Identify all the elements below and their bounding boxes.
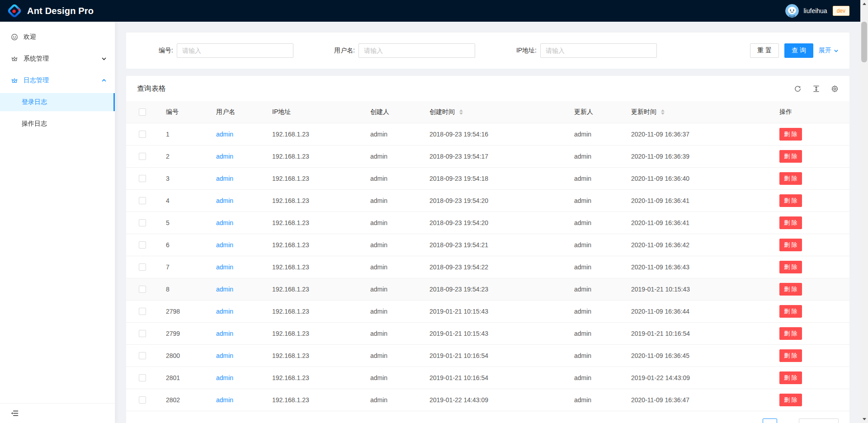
select-all-checkbox[interactable] xyxy=(139,108,146,116)
scroll-up-arrow[interactable] xyxy=(860,0,868,8)
delete-button[interactable]: 删 除 xyxy=(779,150,802,163)
cell-created-at: 2018-09-23 19:54:17 xyxy=(422,145,567,167)
delete-button[interactable]: 删 除 xyxy=(779,216,802,229)
vertical-scrollbar[interactable] xyxy=(860,0,868,423)
reset-button[interactable]: 重 置 xyxy=(750,43,779,58)
density-icon[interactable] xyxy=(812,85,820,93)
username-link[interactable]: admin xyxy=(216,219,233,226)
cell-id: 1 xyxy=(159,123,209,145)
row-checkbox[interactable] xyxy=(139,396,146,404)
sidebar-item-label: 日志管理 xyxy=(24,76,49,85)
cell-updated-at: 2020-11-09 16:36:42 xyxy=(624,234,772,256)
chevron-down-icon xyxy=(834,48,839,53)
delete-button[interactable]: 删 除 xyxy=(779,283,802,296)
query-button[interactable]: 查 询 xyxy=(784,43,813,58)
delete-button[interactable]: 删 除 xyxy=(779,305,802,318)
menu-fold-icon[interactable] xyxy=(11,409,19,417)
cell-updater: admin xyxy=(567,389,624,411)
cell-id: 2801 xyxy=(159,367,209,389)
delete-button[interactable]: 删 除 xyxy=(779,327,802,340)
row-checkbox[interactable] xyxy=(139,330,146,337)
settings-icon[interactable] xyxy=(831,85,839,93)
username-link[interactable]: admin xyxy=(216,286,233,293)
username-link[interactable]: admin xyxy=(216,131,233,138)
cell-updater: admin xyxy=(567,344,624,367)
cell-updater: admin xyxy=(567,300,624,322)
username-label: 用户名: xyxy=(319,47,359,55)
delete-button[interactable]: 删 除 xyxy=(779,371,802,384)
row-checkbox[interactable] xyxy=(139,263,146,271)
sidebar-item-welcome[interactable]: 欢迎 xyxy=(0,28,115,46)
cell-ip: 192.168.1.23 xyxy=(265,123,363,145)
cell-updated-at: 2020-11-09 16:36:41 xyxy=(624,189,772,212)
header-user[interactable]: liufeihua dev xyxy=(785,4,849,18)
row-checkbox[interactable] xyxy=(139,219,146,226)
username-link[interactable]: admin xyxy=(216,153,233,160)
cell-updater: admin xyxy=(567,256,624,278)
ip-input[interactable] xyxy=(540,43,657,58)
form-item-username: 用户名: xyxy=(319,43,500,58)
row-checkbox[interactable] xyxy=(139,352,146,359)
username-link[interactable]: admin xyxy=(216,241,233,249)
table-row: 2798 admin 192.168.1.23 admin 2019-01-21… xyxy=(126,300,849,322)
row-checkbox[interactable] xyxy=(139,374,146,381)
delete-button[interactable]: 删 除 xyxy=(779,128,802,141)
table-row: 4 admin 192.168.1.23 admin 2018-09-23 19… xyxy=(126,189,849,212)
username-link[interactable]: admin xyxy=(216,330,233,337)
avatar[interactable] xyxy=(785,4,799,18)
column-header-ip: IP地址 xyxy=(265,101,363,123)
sidebar-item-log-management[interactable]: 日志管理 xyxy=(0,71,115,89)
cell-creator: admin xyxy=(363,234,422,256)
cell-ip: 192.168.1.23 xyxy=(265,300,363,322)
sort-icons[interactable] xyxy=(459,109,463,115)
pagination-size-select[interactable] xyxy=(799,418,839,423)
row-checkbox[interactable] xyxy=(139,241,146,249)
column-header-updated-at[interactable]: 更新时间 xyxy=(624,101,772,123)
sort-icons[interactable] xyxy=(661,109,665,115)
delete-button[interactable]: 删 除 xyxy=(779,172,802,185)
scroll-down-arrow[interactable] xyxy=(860,415,868,423)
cell-created-at: 2018-09-23 19:54:23 xyxy=(422,278,567,300)
row-checkbox[interactable] xyxy=(139,308,146,315)
cell-creator: admin xyxy=(363,344,422,367)
scrollbar-thumb[interactable] xyxy=(861,22,867,62)
username: liufeihua xyxy=(803,7,827,14)
cell-updater: admin xyxy=(567,123,624,145)
cell-id: 3 xyxy=(159,167,209,189)
row-checkbox[interactable] xyxy=(139,175,146,182)
row-checkbox[interactable] xyxy=(139,131,146,138)
table-card-header: 查询表格 xyxy=(126,76,849,101)
delete-button[interactable]: 删 除 xyxy=(779,261,802,273)
reload-icon[interactable] xyxy=(794,85,802,93)
delete-button[interactable]: 删 除 xyxy=(779,239,802,251)
cell-created-at: 2018-09-23 19:54:20 xyxy=(422,189,567,212)
row-checkbox[interactable] xyxy=(139,197,146,204)
username-link[interactable]: admin xyxy=(216,352,233,359)
id-input[interactable] xyxy=(177,43,293,58)
sidebar-item-login-log[interactable]: 登录日志 xyxy=(0,93,115,111)
username-link[interactable]: admin xyxy=(216,175,233,182)
chevron-down-icon xyxy=(101,56,107,61)
delete-button[interactable]: 删 除 xyxy=(779,194,802,207)
username-link[interactable]: admin xyxy=(216,396,233,404)
cell-ip: 192.168.1.23 xyxy=(265,234,363,256)
logo[interactable]: Ant Design Pro xyxy=(7,4,94,18)
username-input[interactable] xyxy=(359,43,475,58)
column-header-label: 创建时间 xyxy=(429,108,455,115)
sidebar-item-operation-log[interactable]: 操作日志 xyxy=(0,115,115,133)
delete-button[interactable]: 删 除 xyxy=(779,349,802,362)
row-checkbox[interactable] xyxy=(139,286,146,293)
expand-link[interactable]: 展开 xyxy=(819,47,839,55)
column-header-created-at[interactable]: 创建时间 xyxy=(422,101,567,123)
username-link[interactable]: admin xyxy=(216,374,233,381)
username-link[interactable]: admin xyxy=(216,263,233,271)
delete-button[interactable]: 删 除 xyxy=(779,394,802,406)
pagination-next-button[interactable] xyxy=(781,418,795,423)
ip-label: IP地址: xyxy=(500,47,540,55)
username-link[interactable]: admin xyxy=(216,308,233,315)
cell-id: 6 xyxy=(159,234,209,256)
row-checkbox[interactable] xyxy=(139,153,146,160)
pagination-current-page[interactable] xyxy=(763,418,777,423)
sidebar-item-system-management[interactable]: 系统管理 xyxy=(0,50,115,68)
username-link[interactable]: admin xyxy=(216,197,233,204)
